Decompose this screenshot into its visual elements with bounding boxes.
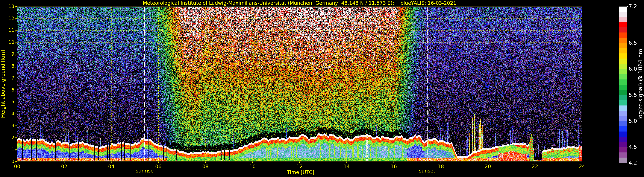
colorbar-tick-label: 6.0 [628, 66, 637, 72]
y-tick-label: 4. [0, 111, 16, 116]
heatmap-canvas [0, 0, 644, 177]
colorbar-tick-label: 4.5 [628, 144, 637, 150]
colorbar-tick-label: 6.5 [628, 40, 637, 46]
x-axis-label: Time [UTC] [284, 169, 318, 175]
x-tick-label: 20 [481, 164, 495, 169]
sunrise-label: sunrise [130, 168, 160, 173]
y-tick-label: 2. [0, 135, 16, 140]
colorbar-tick-label: 5.0 [628, 118, 637, 124]
plot-title: Meteorological Institute of Ludwig-Maxim… [143, 0, 456, 6]
sunset-label: sunset [412, 168, 442, 173]
y-tick-label: 5. [0, 99, 16, 104]
x-tick-label: 12 [293, 164, 306, 169]
x-tick-label: 00 [10, 164, 24, 169]
y-tick-label: 12. [0, 16, 16, 21]
x-tick-label: 14 [340, 164, 354, 169]
y-tick-label: 3. [0, 123, 16, 128]
y-tick-label: 1. [0, 147, 16, 152]
y-tick-label: 7. [0, 75, 16, 81]
x-tick-label: 22 [528, 164, 542, 169]
y-tick-label: 6. [0, 87, 16, 93]
y-tick-label: 13. [0, 4, 16, 9]
y-tick-label: 11. [0, 28, 16, 33]
colorbar-tick-label: 7.2 [628, 4, 637, 9]
y-tick-label: 9. [0, 52, 16, 57]
x-tick-label: 02 [57, 164, 71, 169]
y-tick-label: 0. [0, 159, 16, 164]
y-axis-label: Height above ground [km] [0, 30, 6, 138]
lidar-quicklook-figure: Meteorological Institute of Ludwig-Maxim… [0, 0, 644, 177]
colorbar-tick-label: 5.5 [628, 92, 637, 98]
y-tick-label: 10. [0, 40, 16, 45]
x-tick-label: 10 [246, 164, 260, 169]
colorbar-label: log(rc-signal) @ 1064 nm [637, 31, 644, 138]
y-tick-label: 8. [0, 64, 16, 69]
x-tick-label: 16 [387, 164, 401, 169]
x-tick-label: 08 [198, 164, 212, 169]
x-tick-label: 24 [575, 164, 589, 169]
x-tick-label: 04 [104, 164, 118, 169]
colorbar-tick-label: 4.2 [628, 160, 637, 166]
